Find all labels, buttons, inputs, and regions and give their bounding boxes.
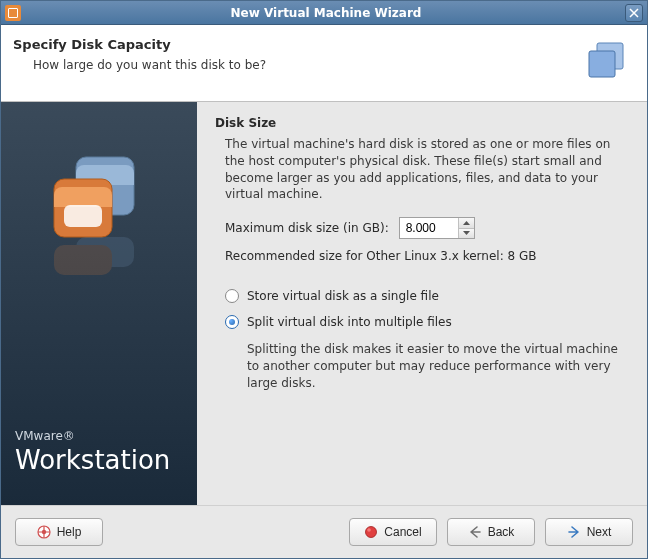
wizard-header: Specify Disk Capacity How large do you w… bbox=[1, 25, 647, 102]
cancel-button-label: Cancel bbox=[384, 525, 421, 539]
window-titlebar[interactable]: New Virtual Machine Wizard bbox=[1, 1, 647, 25]
svg-rect-6 bbox=[54, 245, 112, 275]
radio-single-file-label: Store virtual disk as a single file bbox=[247, 289, 439, 303]
back-arrow-icon bbox=[468, 525, 482, 539]
cancel-icon bbox=[364, 525, 378, 539]
next-arrow-icon bbox=[567, 525, 581, 539]
disk-stack-icon bbox=[583, 37, 631, 85]
radio-single-file-input[interactable] bbox=[225, 289, 239, 303]
radio-single-file[interactable]: Store virtual disk as a single file bbox=[225, 289, 629, 303]
back-button[interactable]: Back bbox=[447, 518, 535, 546]
svg-rect-1 bbox=[589, 51, 615, 77]
max-disk-size-label: Maximum disk size (in GB): bbox=[225, 221, 389, 235]
recommended-size-text: Recommended size for Other Linux 3.x ker… bbox=[225, 249, 629, 263]
spinner-down-button[interactable] bbox=[459, 229, 474, 239]
radio-split-files-label: Split virtual disk into multiple files bbox=[247, 315, 452, 329]
header-text-block: Specify Disk Capacity How large do you w… bbox=[13, 37, 573, 72]
page-subtitle: How large do you want this disk to be? bbox=[13, 58, 573, 72]
radio-split-files[interactable]: Split virtual disk into multiple files bbox=[225, 315, 629, 329]
chevron-down-icon bbox=[463, 231, 470, 235]
wizard-footer: Help Cancel Back Next bbox=[1, 505, 647, 558]
close-icon bbox=[629, 8, 639, 18]
help-button[interactable]: Help bbox=[15, 518, 103, 546]
radio-split-files-input[interactable] bbox=[225, 315, 239, 329]
brand-name: VMware® bbox=[15, 429, 183, 443]
help-icon bbox=[37, 525, 51, 539]
disk-size-heading: Disk Size bbox=[215, 116, 629, 130]
footer-spacer bbox=[113, 518, 339, 546]
svg-point-10 bbox=[368, 528, 372, 532]
help-button-label: Help bbox=[57, 525, 82, 539]
next-button-label: Next bbox=[587, 525, 612, 539]
max-disk-size-row: Maximum disk size (in GB): bbox=[225, 217, 629, 239]
svg-point-8 bbox=[41, 530, 45, 534]
back-button-label: Back bbox=[488, 525, 515, 539]
wizard-sidebar: VMware® Workstation bbox=[1, 102, 197, 505]
max-disk-size-spinner bbox=[399, 217, 475, 239]
chevron-up-icon bbox=[463, 221, 470, 225]
content-area: VMware® Workstation Disk Size The virtua… bbox=[1, 102, 647, 505]
window-title: New Virtual Machine Wizard bbox=[27, 6, 625, 20]
spinner-buttons bbox=[458, 218, 474, 238]
max-disk-size-input[interactable] bbox=[400, 218, 458, 238]
sidebar-branding: VMware® Workstation bbox=[15, 429, 183, 475]
spinner-up-button[interactable] bbox=[459, 218, 474, 229]
app-icon bbox=[5, 5, 21, 21]
disk-size-description: The virtual machine's hard disk is store… bbox=[225, 136, 629, 203]
product-name: Workstation bbox=[15, 445, 183, 475]
page-title: Specify Disk Capacity bbox=[13, 37, 573, 52]
cancel-button[interactable]: Cancel bbox=[349, 518, 437, 546]
wizard-window: New Virtual Machine Wizard Specify Disk … bbox=[0, 0, 648, 559]
vmware-logo bbox=[15, 122, 183, 429]
svg-point-9 bbox=[366, 527, 377, 538]
window-close-button[interactable] bbox=[625, 4, 643, 22]
main-panel: Disk Size The virtual machine's hard dis… bbox=[197, 102, 647, 505]
svg-rect-4 bbox=[64, 205, 102, 227]
next-button[interactable]: Next bbox=[545, 518, 633, 546]
split-files-description: Splitting the disk makes it easier to mo… bbox=[247, 341, 629, 391]
